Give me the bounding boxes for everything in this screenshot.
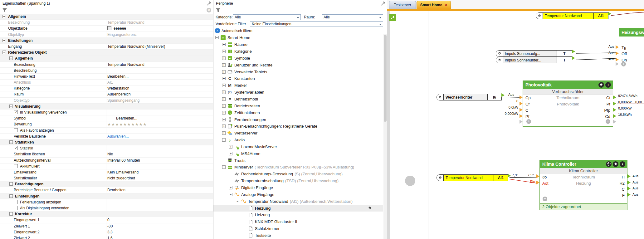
property-row[interactable]: Bewertung★★★★★★★★★★: [0, 121, 213, 127]
tree-item-smart-home[interactable]: −⌂Smart Home: [213, 34, 383, 41]
tree-item-wetterserver[interactable]: +Wetterserver: [213, 130, 383, 137]
property-row[interactable]: EmailversandKein Emailversand: [0, 169, 213, 175]
property-row[interactable]: Eingangswert 10: [0, 217, 213, 223]
rating-stars[interactable]: ★★★★★★★★★★: [107, 122, 147, 127]
property-checkbox[interactable]: [14, 164, 18, 168]
spare-output-connector[interactable]: [613, 120, 616, 124]
property-row[interactable]: AnschlussAI1: [0, 80, 213, 85]
property-checkbox[interactable]: [14, 128, 18, 132]
spare-input-connector[interactable]: [520, 120, 523, 124]
add-io-button[interactable]: +: [543, 197, 547, 201]
tree-expander-icon[interactable]: −: [229, 193, 232, 196]
output-connector[interactable]: [501, 93, 505, 97]
property-value[interactable]: AI1: [107, 80, 113, 85]
output-connector[interactable]: [613, 108, 616, 112]
block-input-name[interactable]: Pf: [525, 114, 529, 119]
tree-expander-icon[interactable]: +: [222, 77, 226, 80]
property-row[interactable]: AufzeichnungsintervallIntervall 60 Minut…: [0, 158, 213, 163]
property-value[interactable]: -30: [107, 224, 113, 228]
output-connector[interactable]: [572, 56, 575, 60]
section-expander-icon[interactable]: −: [9, 140, 13, 144]
kategorie-select[interactable]: Alle: [233, 14, 301, 20]
input-connector[interactable]: [616, 51, 619, 55]
canvas-pin-icon[interactable]: [389, 14, 396, 21]
property-row[interactable]: Statistiken löschenNie: [0, 151, 213, 157]
property-value[interactable]: Bearbeiten...: [107, 74, 129, 79]
gear-icon[interactable]: [613, 161, 618, 167]
tree-item-audio[interactable]: −♪Audio: [213, 137, 383, 144]
block-output-name[interactable]: H2: [619, 181, 625, 186]
property-value[interactable]: Temperatur Nordwand: [107, 62, 144, 67]
property-row[interactable]: −Visualisierung: [0, 104, 213, 110]
property-row[interactable]: Akkumuliert: [0, 163, 213, 169]
output-connector[interactable]: [613, 102, 616, 105]
block-output-name[interactable]: F: [622, 193, 625, 198]
tab-testserver[interactable]: Testserver: [389, 1, 416, 9]
block-input-name[interactable]: Off: [622, 51, 627, 56]
block-output-name[interactable]: Cd: [605, 114, 610, 119]
section-expander-icon[interactable]: −: [9, 182, 13, 186]
tree-expander-icon[interactable]: +: [222, 97, 226, 101]
input-connector[interactable]: [520, 114, 523, 118]
property-row[interactable]: −Einstellungen: [0, 38, 213, 44]
tree-item-analoge-eing-nge[interactable]: −Analoge Eingänge: [213, 191, 383, 198]
gear-icon[interactable]: [437, 175, 444, 181]
property-row[interactable]: ✓In Visualisierung verwenden: [0, 110, 213, 115]
property-row[interactable]: −Einstellungen: [0, 193, 213, 199]
tree-item-trusts[interactable]: Trusts: [213, 157, 383, 164]
tree-item-merker[interactable]: +MMerker: [213, 82, 383, 89]
gear-icon[interactable]: [598, 82, 604, 88]
block-output-name[interactable]: Pf: [607, 102, 610, 106]
info-icon[interactable]: i: [605, 82, 611, 88]
section-expander-icon[interactable]: −: [2, 15, 6, 18]
output-connector[interactable]: [572, 50, 575, 53]
tree-expander-icon[interactable]: +: [229, 186, 232, 189]
property-value[interactable]: Intervall 60 Minuten: [107, 158, 140, 163]
property-row[interactable]: Als Favorit anzeigen: [0, 128, 213, 134]
gear-icon[interactable]: [536, 13, 543, 19]
output-connector[interactable]: [508, 174, 511, 178]
tree-item-betriebszeiten[interactable]: +Betriebszeiten: [213, 102, 383, 109]
input-connector[interactable]: [536, 181, 539, 184]
property-row[interactable]: BezeichnungTemperatur Nordwand: [0, 62, 213, 68]
property-value[interactable]: 1,6: [107, 236, 113, 239]
property-checkbox[interactable]: ✓: [14, 110, 18, 114]
tree-item-benutzer-und-rechte[interactable]: +Benutzer und Rechte: [213, 61, 383, 68]
tree-item-fernbedienungen[interactable]: +Fernbedienungen: [213, 116, 383, 123]
property-row[interactable]: Hinweis-TextBearbeiten...: [0, 74, 213, 80]
move-icon[interactable]: [606, 161, 612, 167]
filter-clear-icon[interactable]: ×: [207, 8, 211, 12]
tree-expander-icon[interactable]: +: [222, 56, 226, 60]
block-klima-controller[interactable]: Klima ControlleriKlima ControllerϑoTechn…: [539, 160, 627, 210]
gear-icon[interactable]: [496, 57, 503, 63]
info-icon[interactable]: i: [620, 161, 625, 167]
property-value[interactable]: Kein Emailversand: [107, 170, 139, 174]
tree-item-heizung[interactable]: Heizung: [213, 205, 383, 212]
gear-icon[interactable]: [437, 94, 444, 100]
output-connector[interactable]: [627, 193, 631, 197]
block-output-name[interactable]: H: [622, 175, 625, 179]
property-row[interactable]: −Korrektur: [0, 211, 213, 217]
tree-expander-icon[interactable]: +: [222, 90, 226, 94]
property-row[interactable]: −Allgemein: [0, 56, 213, 61]
tree-expander-icon[interactable]: +: [222, 131, 226, 135]
property-value[interactable]: Temperatur Nordwand (Miniserver): [107, 44, 165, 49]
property-row[interactable]: Berechtigte Benutzer / GruppenBearbeiten…: [0, 187, 213, 193]
tree-item-kategorie[interactable]: +Kategorie: [213, 48, 383, 55]
tab-smart-home[interactable]: Smart Home×: [417, 1, 451, 9]
property-row[interactable]: ObjekttypEingangsreferenz: [0, 32, 213, 38]
tree-item-testseite[interactable]: Testseite: [213, 232, 383, 239]
input-connector[interactable]: [520, 102, 523, 105]
property-value[interactable]: nicht zugeordnet: [107, 176, 135, 180]
property-row[interactable]: Eingangswert 23,3: [0, 229, 213, 235]
add-io-button[interactable]: +: [621, 62, 626, 66]
input-connector[interactable]: [520, 95, 523, 99]
property-value[interactable]: Auswählen...: [107, 134, 129, 139]
property-value[interactable]: Bearbeiten...: [107, 188, 129, 192]
tree-item-zeitfunktionen[interactable]: +Zeitfunktionen: [213, 109, 383, 116]
color-swatch[interactable]: [107, 26, 111, 30]
property-row[interactable]: Zielwert 21,6: [0, 235, 213, 239]
tree-item-loxonemusicserver[interactable]: +♪LoxoneMusicServer: [213, 144, 383, 150]
property-value[interactable]: 0: [107, 218, 110, 222]
property-value[interactable]: Eingangsreferenz: [107, 32, 137, 37]
